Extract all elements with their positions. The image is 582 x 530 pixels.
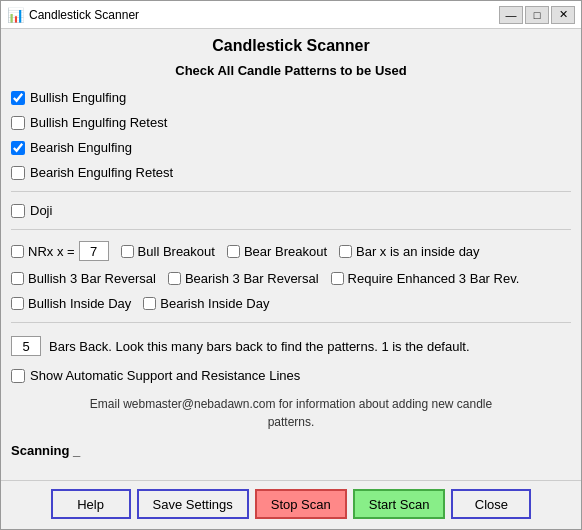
- bullish-3bar-checkbox[interactable]: [11, 272, 24, 285]
- bearish-engulfing-checkbox[interactable]: [11, 141, 25, 155]
- close-button[interactable]: Close: [451, 489, 531, 519]
- bearish-3bar-label[interactable]: Bearish 3 Bar Reversal: [185, 271, 319, 286]
- nrx-item: NRx x = 7: [11, 241, 109, 261]
- nrx-label[interactable]: NRx x =: [28, 244, 75, 259]
- bull-breakout-checkbox[interactable]: [121, 245, 134, 258]
- bullish-inside-checkbox[interactable]: [11, 297, 24, 310]
- bullish-engulfing-retest-checkbox[interactable]: [11, 116, 25, 130]
- bull-breakout-item: Bull Breakout: [121, 244, 215, 259]
- bearish-engulfing-label[interactable]: Bearish Engulfing: [30, 140, 132, 155]
- bearish-3bar-checkbox[interactable]: [168, 272, 181, 285]
- bull-breakout-label[interactable]: Bull Breakout: [138, 244, 215, 259]
- bars-back-row: 5 Bars Back. Look this many bars back to…: [11, 336, 571, 356]
- email-section: Email webmaster@nebadawn.com for informa…: [11, 395, 571, 431]
- button-bar: Help Save Settings Stop Scan Start Scan …: [1, 480, 581, 529]
- bear-breakout-item: Bear Breakout: [227, 244, 327, 259]
- title-bar-controls: — □ ✕: [499, 6, 575, 24]
- start-scan-button[interactable]: Start Scan: [353, 489, 446, 519]
- email-line1: Email webmaster@nebadawn.com for informa…: [90, 397, 492, 411]
- nrx-row: NRx x = 7 Bull Breakout Bear Breakout Ba…: [11, 241, 571, 261]
- require-enhanced-label[interactable]: Require Enhanced 3 Bar Rev.: [348, 271, 520, 286]
- title-bar-text: Candlestick Scanner: [29, 8, 499, 22]
- app-icon: 📊: [7, 7, 23, 23]
- show-support-row: Show Automatic Support and Resistance Li…: [11, 368, 571, 383]
- bear-breakout-checkbox[interactable]: [227, 245, 240, 258]
- doji-label[interactable]: Doji: [30, 203, 52, 218]
- bearish-3bar-item: Bearish 3 Bar Reversal: [168, 271, 319, 286]
- bearish-engulfing-retest-row: Bearish Engulfing Retest: [11, 165, 571, 180]
- bars-back-label: Bars Back. Look this many bars back to f…: [49, 339, 470, 354]
- divider3: [11, 322, 571, 323]
- bullish-3bar-item: Bullish 3 Bar Reversal: [11, 271, 156, 286]
- bullish-3bar-label[interactable]: Bullish 3 Bar Reversal: [28, 271, 156, 286]
- scanning-label: Scanning _: [11, 443, 571, 458]
- divider2: [11, 229, 571, 230]
- bar-inside-checkbox[interactable]: [339, 245, 352, 258]
- main-title: Candlestick Scanner: [11, 37, 571, 55]
- bar-inside-item: Bar x is an inside day: [339, 244, 480, 259]
- bullish-inside-item: Bullish Inside Day: [11, 296, 131, 311]
- help-button[interactable]: Help: [51, 489, 131, 519]
- bearish-inside-label[interactable]: Bearish Inside Day: [160, 296, 269, 311]
- bearish-inside-item: Bearish Inside Day: [143, 296, 269, 311]
- bullish-engulfing-label[interactable]: Bullish Engulfing: [30, 90, 126, 105]
- divider1: [11, 191, 571, 192]
- minimize-button[interactable]: —: [499, 6, 523, 24]
- bullish-engulfing-row: Bullish Engulfing: [11, 90, 571, 105]
- bullish-engulfing-checkbox[interactable]: [11, 91, 25, 105]
- require-enhanced-item: Require Enhanced 3 Bar Rev.: [331, 271, 520, 286]
- doji-row: Doji: [11, 203, 571, 218]
- inside-day-row: Bullish Inside Day Bearish Inside Day: [11, 296, 571, 311]
- bar-inside-label[interactable]: Bar x is an inside day: [356, 244, 480, 259]
- three-bar-row: Bullish 3 Bar Reversal Bearish 3 Bar Rev…: [11, 271, 571, 286]
- show-support-checkbox[interactable]: [11, 369, 25, 383]
- nrx-checkbox[interactable]: [11, 245, 24, 258]
- bullish-engulfing-retest-label[interactable]: Bullish Engulfing Retest: [30, 115, 167, 130]
- bearish-engulfing-retest-label[interactable]: Bearish Engulfing Retest: [30, 165, 173, 180]
- bullish-inside-label[interactable]: Bullish Inside Day: [28, 296, 131, 311]
- require-enhanced-checkbox[interactable]: [331, 272, 344, 285]
- section-title: Check All Candle Patterns to be Used: [11, 63, 571, 78]
- nrx-input[interactable]: 7: [79, 241, 109, 261]
- email-line2: patterns.: [268, 415, 315, 429]
- bear-breakout-label[interactable]: Bear Breakout: [244, 244, 327, 259]
- title-bar: 📊 Candlestick Scanner — □ ✕: [1, 1, 581, 29]
- bearish-inside-checkbox[interactable]: [143, 297, 156, 310]
- bars-back-input[interactable]: 5: [11, 336, 41, 356]
- bearish-engulfing-row: Bearish Engulfing: [11, 140, 571, 155]
- show-support-label[interactable]: Show Automatic Support and Resistance Li…: [30, 368, 300, 383]
- stop-scan-button[interactable]: Stop Scan: [255, 489, 347, 519]
- bearish-engulfing-retest-checkbox[interactable]: [11, 166, 25, 180]
- doji-checkbox[interactable]: [11, 204, 25, 218]
- save-settings-button[interactable]: Save Settings: [137, 489, 249, 519]
- bullish-engulfing-retest-row: Bullish Engulfing Retest: [11, 115, 571, 130]
- window: 📊 Candlestick Scanner — □ ✕ Candlestick …: [0, 0, 582, 530]
- maximize-button[interactable]: □: [525, 6, 549, 24]
- close-window-button[interactable]: ✕: [551, 6, 575, 24]
- main-content: Candlestick Scanner Check All Candle Pat…: [1, 29, 581, 480]
